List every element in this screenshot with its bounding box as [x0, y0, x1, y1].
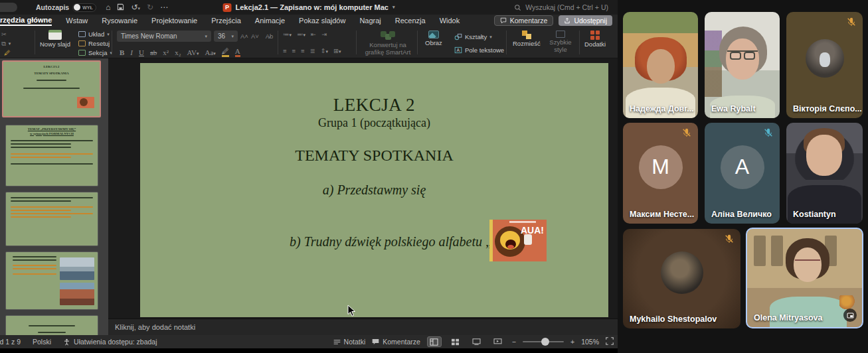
slide-thumbnail-1[interactable]: LEKCJA 2 TEMATY SPOTKANIA	[2, 60, 101, 117]
language-indicator[interactable]: Polski	[33, 338, 51, 346]
tab-home[interactable]: Narzędzia główne	[0, 16, 52, 26]
autosave-control[interactable]: Autozapis WYŁ	[36, 3, 96, 12]
save-icon[interactable]	[117, 3, 124, 12]
addins-button[interactable]: Dodatki	[584, 31, 606, 48]
participant-tile-olena[interactable]: Olena Mitryasova	[746, 228, 863, 328]
tab-design[interactable]: Projektowanie	[151, 17, 197, 25]
tab-transitions[interactable]: Przejścia	[211, 17, 241, 25]
share-button[interactable]: Udostępnij	[559, 15, 612, 26]
slide-subtitle[interactable]: Grupa 1 (początkująca)	[140, 116, 608, 130]
textbox-button[interactable]: A Pole tekstowe	[454, 46, 504, 54]
tab-draw[interactable]: Rysowanie	[102, 17, 137, 25]
slide-canvas[interactable]: LEKCJA 2 Grupa 1 (początkująca) TEMATY S…	[108, 58, 618, 318]
justify-icon[interactable]: ≣	[310, 47, 315, 54]
numbering-icon[interactable]: ≕▾	[297, 31, 305, 38]
arrange-button[interactable]: Rozmieść	[513, 31, 541, 48]
align-left-icon[interactable]: ≡	[283, 47, 287, 54]
underline-button[interactable]: U	[139, 48, 144, 56]
strikethrough-button[interactable]: ab	[150, 48, 157, 56]
slide-thumbnails-panel[interactable]: LEKCJA 2 TEMATY SPOTKANIA TEMAT „PRZEDST…	[0, 58, 108, 335]
line-spacing-icon[interactable]: ⇕▾	[321, 47, 328, 54]
participant-tile-maksym[interactable]: M Максим Несте...	[623, 123, 698, 224]
new-slide-button[interactable]: Nowy slajd	[40, 30, 70, 48]
screen: Autozapis WYŁ ⌂ ↺▾ ↻ ⋯ P Lekcja2.1 — Zap…	[0, 0, 868, 353]
participant-tile-alina[interactable]: A Аліна Величко	[705, 123, 780, 224]
change-case-icon[interactable]: Aa▾	[205, 48, 216, 56]
accessibility-check[interactable]: Ułatwienia dostępu: zbadaj	[63, 338, 157, 346]
zoom-slider[interactable]	[523, 341, 564, 342]
bold-button[interactable]: B	[120, 48, 124, 56]
align-right-icon[interactable]: ≡	[301, 47, 305, 54]
more-commands-icon[interactable]: ⋯	[160, 3, 168, 11]
indent-increase-icon[interactable]: ⇥	[321, 31, 327, 38]
participant-tile-viktoriia[interactable]: Вікторія Слєпо...	[786, 12, 863, 118]
zoom-in-button[interactable]: +	[570, 338, 574, 346]
grow-font-icon[interactable]: A˄	[240, 33, 248, 40]
bullets-icon[interactable]: ≔▾	[283, 31, 292, 38]
align-center-icon[interactable]: ≡	[292, 47, 296, 54]
slideshow-view-button[interactable]	[491, 336, 505, 347]
participant-tile-ewa[interactable]: Ewa Rybalt	[705, 12, 780, 118]
participant-tile-nadezhda[interactable]: Надежда Довг...	[623, 12, 698, 118]
slide-thumbnail-3[interactable]	[5, 192, 98, 246]
slide-thumbnail-4[interactable]	[5, 251, 98, 310]
participant-name: Аліна Величко	[711, 210, 772, 219]
shrink-font-icon[interactable]: A˅	[251, 33, 259, 40]
italic-button[interactable]: I	[130, 48, 133, 56]
search-button[interactable]: Wyszukaj (Cmd + Ctrl + U)	[514, 3, 608, 11]
document-title-area[interactable]: P Lekcja2.1 — Zapisano w: mój komputer M…	[223, 3, 395, 12]
layout-button[interactable]: Układ▾	[78, 31, 110, 38]
current-slide[interactable]: LEKCJA 2 Grupa 1 (początkująca) TEMATY S…	[140, 63, 608, 317]
convert-smartart-button[interactable]: Konwertuj na grafikę SmartArt	[362, 31, 414, 56]
font-color-icon[interactable]: A	[235, 47, 240, 57]
tab-slideshow[interactable]: Pokaz slajdów	[299, 17, 345, 25]
highlight-color-icon[interactable]: 🖉	[222, 47, 229, 57]
window-controls[interactable]	[0, 3, 17, 12]
indent-decrease-icon[interactable]: ⇤	[311, 31, 316, 38]
slide-thumbnail-2[interactable]: TEMAT „PRZEDSTAWMY SIĘ” w sytuacjach FOR…	[5, 125, 98, 186]
undo-button[interactable]: ↺▾	[131, 3, 140, 11]
home-icon[interactable]: ⌂	[106, 3, 110, 11]
font-size-select[interactable]: 36▾	[214, 31, 238, 42]
comments-button[interactable]: Komentarze	[494, 15, 554, 26]
quick-styles-button[interactable]: Szybkie style	[546, 31, 575, 54]
section-button[interactable]: Sekcja▾	[78, 49, 112, 56]
participant-tile-mykhailo[interactable]: Mykhailo Shestopalov	[623, 229, 740, 328]
reset-button[interactable]: Resetuj	[78, 40, 110, 47]
columns-icon[interactable]: ⊞▾	[333, 47, 341, 54]
subscript-button[interactable]: x₂	[175, 48, 181, 56]
notes-toggle-button[interactable]: Notatki	[333, 338, 366, 346]
participant-tile-kostiantyn[interactable]: Kostiantyn	[786, 123, 863, 224]
format-painter-icon[interactable]: 🖉	[4, 49, 11, 56]
zoom-level[interactable]: 105%	[581, 338, 599, 346]
superscript-button[interactable]: x²	[163, 48, 169, 56]
tab-view[interactable]: Widok	[440, 17, 460, 25]
font-name-select[interactable]: Times New Roman▾	[117, 31, 211, 42]
image-button[interactable]: Obraz	[425, 31, 442, 47]
autosave-toggle[interactable]: WYŁ	[72, 3, 96, 12]
slide-heading[interactable]: TEMATY SPOTKANIA	[140, 147, 608, 165]
slide-sorter-view-button[interactable]	[448, 336, 463, 347]
tab-animations[interactable]: Animacje	[255, 17, 285, 25]
fit-to-window-button[interactable]	[606, 337, 614, 346]
tab-review[interactable]: Recenzja	[395, 17, 426, 25]
comments-toggle-button[interactable]: Komentarze	[372, 338, 420, 346]
zoom-slider-knob[interactable]	[541, 338, 549, 346]
char-spacing-icon[interactable]: AV▾	[187, 48, 199, 56]
tab-insert[interactable]: Wstaw	[66, 17, 88, 25]
notes-pane[interactable]: Kliknij, aby dodać notatki	[108, 318, 618, 335]
shapes-button[interactable]: Kształty▾	[454, 33, 492, 40]
zoom-out-button[interactable]: −	[512, 338, 516, 346]
reading-view-button[interactable]	[470, 336, 484, 347]
slide-thumbnail-5[interactable]	[5, 315, 98, 335]
slide-item-a[interactable]: a) Przedstawmy się	[140, 182, 608, 198]
cut-icon[interactable]: ✂	[1, 31, 7, 38]
copy-icon[interactable]: ⧉	[1, 40, 6, 48]
lion-image[interactable]: AUA!	[489, 220, 547, 261]
slide-title[interactable]: LEKCJA 2	[140, 95, 608, 115]
picture-in-picture-icon[interactable]	[843, 309, 857, 322]
tab-record[interactable]: Nagraj	[359, 17, 381, 25]
redo-button[interactable]: ↻	[147, 3, 153, 11]
clear-formatting-icon[interactable]: A̷b	[266, 33, 274, 40]
normal-view-button[interactable]	[427, 336, 442, 347]
